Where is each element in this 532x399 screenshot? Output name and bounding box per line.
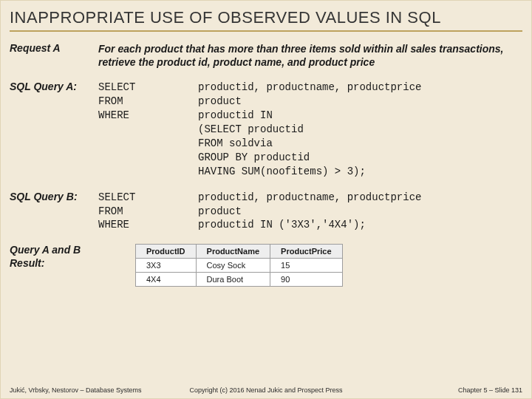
cell: 15 [270, 259, 342, 273]
val: productid IN [198, 109, 273, 123]
kw-from: FROM [98, 95, 198, 109]
result-row: Query A and B Result: ProductID ProductN… [10, 244, 522, 287]
col-header: ProductName [196, 245, 270, 259]
footer-copyright: Copyright (c) 2016 Nenad Jukic and Prosp… [180, 386, 351, 394]
kw-select: SELECT [98, 81, 198, 95]
footer-slide-num: Chapter 5 – Slide 131 [352, 386, 522, 394]
footer-authors: Jukić, Vrbsky, Nestorov – Database Syste… [10, 386, 180, 394]
cell: 90 [270, 273, 342, 287]
val: FROM soldvia [198, 137, 273, 151]
val: HAVING SUM(noofitems) > 3); [198, 165, 366, 179]
query-a-sql: SELECTproductid, productname, productpri… [98, 81, 522, 178]
cell: 3X3 [136, 259, 197, 273]
cell: Cosy Sock [196, 259, 270, 273]
query-b-label: SQL Query B: [10, 191, 98, 204]
val: (SELECT productid [198, 123, 304, 137]
col-header: ProductID [136, 245, 197, 259]
val: productid, productname, productprice [198, 191, 421, 205]
footer: Jukić, Vrbsky, Nestorov – Database Syste… [10, 386, 522, 394]
kw-where: WHERE [98, 109, 198, 123]
result-label: Query A and B Result: [10, 244, 98, 270]
kw-where: WHERE [98, 218, 198, 232]
table-row: 4X4 Dura Boot 90 [136, 273, 343, 287]
cell: 4X4 [136, 273, 197, 287]
query-b-sql: SELECTproductid, productname, productpri… [98, 191, 522, 233]
kw-from: FROM [98, 205, 198, 219]
val: GROUP BY productid [198, 151, 310, 165]
request-text: For each product that has more than thre… [98, 42, 522, 69]
page-title: INAPPROPRIATE USE OF OBSERVED VALUES IN … [10, 8, 522, 32]
val: productid, productname, productprice [198, 81, 421, 95]
kw-select: SELECT [98, 191, 198, 205]
request-label: Request A [10, 42, 98, 55]
query-b-row: SQL Query B: SELECTproductid, productnam… [10, 191, 522, 233]
query-a-label: SQL Query A: [10, 81, 98, 94]
request-row: Request A For each product that has more… [10, 42, 522, 69]
val: product [198, 95, 242, 109]
query-a-row: SQL Query A: SELECTproductid, productnam… [10, 81, 522, 178]
val: productid IN ('3X3','4X4'); [198, 218, 366, 232]
col-header: ProductPrice [270, 245, 342, 259]
result-table: ProductID ProductName ProductPrice 3X3 C… [135, 244, 343, 287]
val: product [198, 205, 242, 219]
table-row: 3X3 Cosy Sock 15 [136, 259, 343, 273]
cell: Dura Boot [196, 273, 270, 287]
